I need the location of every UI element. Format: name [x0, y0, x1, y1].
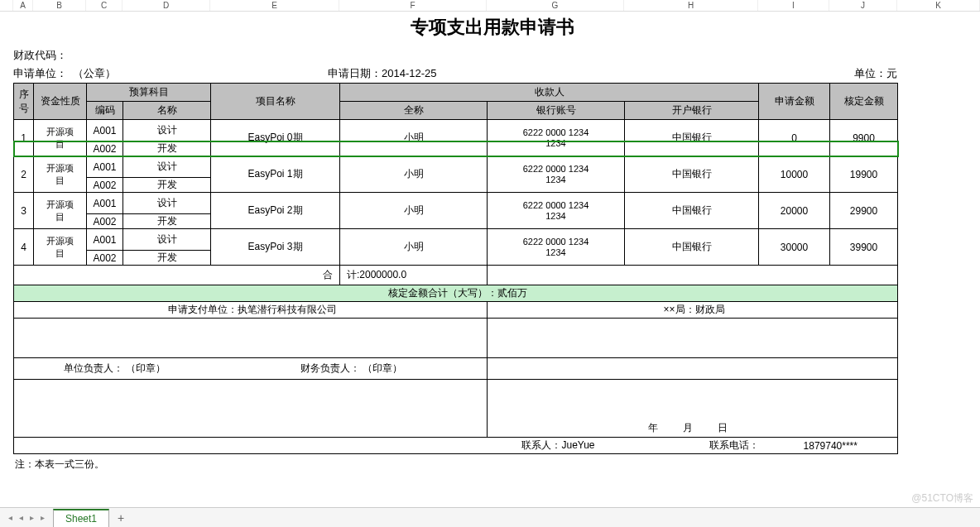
pay-unit-row: 申请支付单位：执笔潜行科技有限公司 ××局：财政局: [14, 302, 898, 319]
blank-row-2: [14, 380, 898, 419]
header-row-1: 序号 资金性质 预算科目 项目名称 收款人 申请金额 核定金额: [14, 84, 898, 102]
tab-next-icon[interactable]: ▸: [26, 513, 37, 522]
spreadsheet-content: 专项支出用款申请书 财政代码： 申请单位： （公章） 申请日期：2014-12-…: [13, 12, 972, 472]
column-headers: A B C D E F G H I J K: [0, 0, 980, 12]
apply-date: 申请日期：2014-12-25: [328, 66, 791, 81]
tab-last-icon[interactable]: ▸: [37, 513, 48, 522]
tab-first-icon[interactable]: ◂: [5, 513, 16, 522]
add-sheet-icon[interactable]: +: [109, 511, 132, 525]
date-row: 年 月 日: [14, 419, 898, 438]
fiscal-code-label: 财政代码：: [13, 48, 328, 63]
table-row[interactable]: 2开源项目A001设计EasyPoi 1期小明6222 0000 1234123…: [14, 156, 898, 178]
tab-prev-icon[interactable]: ◂: [16, 513, 26, 522]
unit: 单位：元: [791, 66, 972, 81]
note: 注：本表一式三份。: [13, 454, 972, 472]
total-row: 合 计:2000000.0: [14, 266, 898, 285]
blank-row: [14, 319, 898, 358]
table-row[interactable]: 1开源项目A001设计EasyPoi 0期小明6222 0000 1234123…: [14, 120, 898, 141]
sign-row: 单位负责人： （印章） 财务负责人： （印章）: [14, 358, 898, 380]
contact-row: 联系人：JueYue 联系电话： 1879740****: [14, 438, 898, 454]
document-title: 专项支出用款申请书: [13, 12, 972, 46]
main-table[interactable]: 序号 资金性质 预算科目 项目名称 收款人 申请金额 核定金额 编码 名称 全称…: [13, 83, 898, 454]
table-row[interactable]: 4开源项目A001设计EasyPoi 3期小明6222 0000 1234123…: [14, 229, 898, 251]
sheet-tab[interactable]: Sheet1: [53, 509, 109, 527]
watermark: @51CTO博客: [911, 491, 973, 505]
sheet-tabs: ◂ ◂ ▸ ▸ Sheet1 +: [0, 507, 980, 527]
table-row[interactable]: 3开源项目A001设计EasyPoi 2期小明6222 0000 1234123…: [14, 193, 898, 214]
apply-unit: 申请单位： （公章）: [13, 66, 328, 81]
capital-row: 核定金额合计（大写）：贰佰万: [14, 285, 898, 302]
